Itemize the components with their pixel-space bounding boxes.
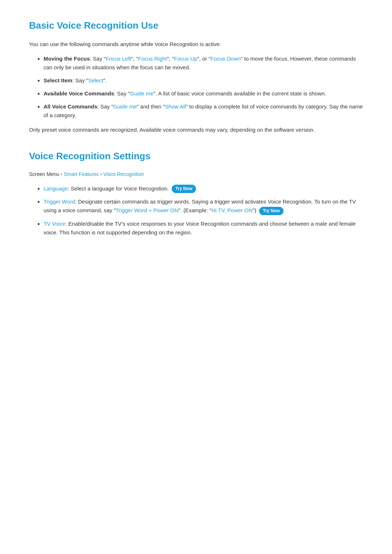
list-item-tv-voice: TV Voice: Enable/disable the TV's voice …	[44, 219, 363, 237]
link-focus-down[interactable]: Focus Down	[211, 56, 241, 62]
link-trigger-word[interactable]: Trigger Word	[44, 198, 75, 205]
section1-note: Only preset voice commands are recognize…	[29, 126, 363, 134]
link-show-all[interactable]: Show All	[165, 103, 186, 110]
link-hi-tv-power-on[interactable]: Hi TV, Power ON	[211, 207, 252, 213]
link-language[interactable]: Language	[44, 185, 68, 192]
list-item-moving-focus: Moving the Focus: Say "Focus Left", "Foc…	[44, 54, 363, 72]
chevron-icon-1: ›	[61, 171, 62, 178]
section2-list: Language: Select a language for Voice Re…	[29, 184, 363, 237]
link-trigger-power-on[interactable]: Trigger Word + Power ON	[116, 207, 179, 213]
list-item-trigger-word: Trigger Word: Designate certain commands…	[44, 197, 363, 215]
breadcrumb-voice-recognition[interactable]: Voice Recognition	[103, 170, 144, 178]
list-item-all-commands: All Voice Commands: Say "Guide me" and t…	[44, 102, 363, 120]
term-available-commands: Available Voice Commands	[44, 90, 114, 97]
link-tv-voice[interactable]: TV Voice	[44, 221, 65, 227]
try-now-badge-language[interactable]: Try Now	[172, 185, 196, 193]
term-moving-focus: Moving the Focus	[44, 56, 90, 62]
link-focus-up[interactable]: Focus Up	[174, 56, 197, 62]
section1-list: Moving the Focus: Say "Focus Left", "Foc…	[29, 54, 363, 120]
term-select-item: Select Item	[44, 77, 72, 83]
list-item-language: Language: Select a language for Voice Re…	[44, 184, 363, 193]
section-voice-recognition-settings: Voice Recognition Settings Screen Menu ›…	[29, 149, 363, 237]
try-now-badge-trigger-word[interactable]: Try Now	[259, 207, 283, 215]
link-guide-me-1[interactable]: Guide me	[130, 90, 154, 97]
breadcrumb-prefix: Screen Menu	[29, 170, 59, 178]
breadcrumb-smart-features[interactable]: Smart Features	[64, 170, 99, 178]
breadcrumb: Screen Menu › Smart Features › Voice Rec…	[29, 170, 363, 178]
link-focus-right[interactable]: Focus Right	[138, 56, 167, 62]
section1-title: Basic Voice Recognition Use	[29, 18, 363, 33]
link-guide-me-2[interactable]: Guide me	[113, 103, 137, 110]
chevron-icon-2: ›	[100, 171, 102, 178]
list-item-select: Select Item: Say "Select".	[44, 76, 363, 85]
section1-intro: You can use the following commands anyti…	[29, 40, 363, 49]
list-item-available-commands: Available Voice Commands: Say "Guide me"…	[44, 89, 363, 98]
term-all-commands: All Voice Commands	[44, 103, 97, 110]
section2-title: Voice Recognition Settings	[29, 149, 363, 164]
section-basic-voice: Basic Voice Recognition Use You can use …	[29, 18, 363, 134]
link-select[interactable]: Select	[88, 77, 103, 83]
link-focus-left[interactable]: Focus Left	[106, 56, 131, 62]
